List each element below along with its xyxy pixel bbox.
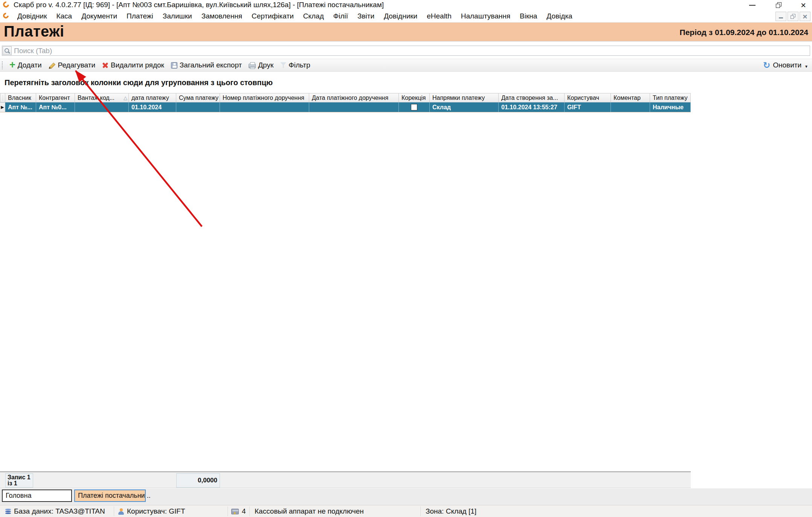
statusbar-separator [227,506,228,516]
user-icon [118,508,124,515]
column-header-vlasnyk[interactable]: Власник [5,93,36,102]
filter-button-label: Фільтр [288,61,310,69]
sort-asc-icon: △ [124,95,127,101]
menu-ehealth[interactable]: eHealth [427,12,452,20]
cell-nomer-doruchennia [220,102,309,112]
cell-data-stvorennia: 01.10.2024 13:55:27 [499,102,565,112]
column-header-korektsiia[interactable]: Корекція [399,93,430,102]
chevron-down-icon[interactable]: ▼ [804,64,808,69]
menu-sklad[interactable]: Склад [303,12,324,20]
column-header-napriamky[interactable]: Напрямки платежу [430,93,499,102]
database-label: База даних: TASA3@TITAN [14,507,105,515]
window-minimize-button[interactable] [743,0,761,10]
search-box [2,46,810,56]
database-icon [5,509,11,514]
device-count: 4 [242,507,246,515]
mdi-window-controls: × [775,12,810,21]
cell-korystuvach: GIFT [565,102,611,112]
cell-vantazh-kod [75,102,129,112]
menu-bar: Довідник Каса Документи Платежі Залишки … [0,10,812,23]
tab-holovna[interactable]: Головна [2,489,72,502]
app-window: Скарб pro v. 4.0.2.77 [ІД: 969] - [Апт №… [0,0,812,517]
edit-button[interactable]: Редагувати [45,60,99,71]
toolbar-grip-handle[interactable] [2,61,3,69]
menu-zamovlennia[interactable]: Замовлення [201,12,242,20]
mdi-minimize-button[interactable] [775,12,786,21]
window-close-button[interactable]: × [795,0,812,10]
statusbar-user: Користувач: GIFT [118,505,185,517]
edit-button-label: Редагувати [58,61,95,69]
statusbar-device-count: 4 [231,505,246,517]
mdi-close-button[interactable]: × [800,12,810,21]
tab-strip: Головна Платежі постачальни .. [0,488,812,505]
menu-dokumenty[interactable]: Документи [81,12,117,20]
column-header-komentar[interactable]: Коментар [611,93,650,102]
cell-napriamky: Склад [430,102,499,112]
menu-nalashtuvannia[interactable]: Налаштування [461,12,510,20]
status-bar: База даних: TASA3@TITAN Користувач: GIFT… [0,505,812,517]
menu-zalyshky[interactable]: Залишки [163,12,192,20]
column-header-nomer-doruchennia[interactable]: Номер платіжного доручення [220,93,309,102]
statusbar-separator [249,506,250,516]
minimize-icon [779,17,783,18]
search-icon [5,48,10,54]
restore-icon [776,2,781,8]
print-button[interactable]: Друк [245,60,277,71]
mdi-restore-button[interactable] [788,12,798,21]
page-title: Платежі [4,23,64,40]
column-header-data-stvorennia[interactable]: Дата створення за... [499,93,565,102]
floppy-disk-icon [171,62,177,69]
correction-checkbox[interactable] [411,104,417,110]
search-button[interactable] [3,46,12,55]
record-count-line2: із 1 [8,480,31,486]
print-button-label: Друк [258,61,273,69]
column-header-data-doruchennia[interactable]: Дата платіжного доручення [309,93,399,102]
cell-komentar [611,102,650,112]
refresh-button[interactable]: ↻ Оновити [761,61,804,69]
tab-platezhi-postachalnykam[interactable]: Платежі постачальни .. [74,489,146,502]
statusbar-separator [420,506,421,516]
column-header-vantazh-kod[interactable]: Вантаж.код...△ [75,93,129,102]
cash-status-label: Кассовый аппарат не подключен [255,507,364,515]
table-header-row: Власник Контрагент Вантаж.код...△ дата п… [0,93,691,102]
cell-data-doruchennia [309,102,399,112]
cash-register-icon [231,509,239,514]
table-row[interactable]: ▶ Апт №... Апт №0... 01.10.2024 Склад 01… [0,102,691,112]
footer-summary-bar: Запис 1 із 1 0,0000 [0,471,691,488]
export-button[interactable]: Загальний експорт [168,60,245,71]
window-title: Скарб pro v. 4.0.2.77 [ІД: 969] - [Апт №… [14,0,384,10]
menu-sertyfikaty[interactable]: Сертифікати [252,12,294,20]
zone-label: Зона: Склад [1] [426,507,476,515]
add-button[interactable]: + Додати [6,60,45,71]
user-label: Користувач: GIFT [127,507,185,515]
column-header-typ-platezhu[interactable]: Тип платежу [650,93,691,102]
printer-icon [249,64,256,68]
menu-dovidnyk[interactable]: Довідник [17,12,47,20]
statusbar-cash-status: Кассовый аппарат не подключен [255,505,364,517]
minimize-icon [749,5,756,6]
menu-zvity[interactable]: Звіти [357,12,374,20]
menu-dovidnyky[interactable]: Довідники [384,12,417,20]
header-grip-cell[interactable] [0,93,5,102]
group-by-hint[interactable]: Перетягніть заголовок колонки сюди для у… [0,72,812,93]
filter-button[interactable]: Фільтр [277,60,313,71]
delete-row-button[interactable]: Видалити рядок [99,60,168,71]
column-header-kontragent[interactable]: Контрагент [36,93,75,102]
column-header-korystuvach[interactable]: Користувач [565,93,611,102]
column-header-suma-platezhu[interactable]: Сума платежу [176,93,220,102]
record-count-line1: Запис 1 [8,474,31,480]
column-header-data-platezhu[interactable]: дата платежу [129,93,176,102]
menu-platezhi[interactable]: Платежі [127,12,153,20]
delete-button-label: Видалити рядок [111,61,164,69]
menu-dovidka[interactable]: Довідка [546,12,572,20]
app-logo-icon [2,0,11,9]
menu-vikna[interactable]: Вікна [520,12,537,20]
menu-kasa[interactable]: Каса [56,12,72,20]
cell-korektsiia [399,102,430,112]
statusbar-zone: Зона: Склад [1] [426,505,476,517]
cell-kontragent: Апт №0... [36,102,75,112]
window-restore-button[interactable] [770,0,787,10]
menu-filii[interactable]: Філії [333,12,348,20]
search-input[interactable] [12,46,810,55]
record-count-box: Запис 1 із 1 [5,473,33,488]
